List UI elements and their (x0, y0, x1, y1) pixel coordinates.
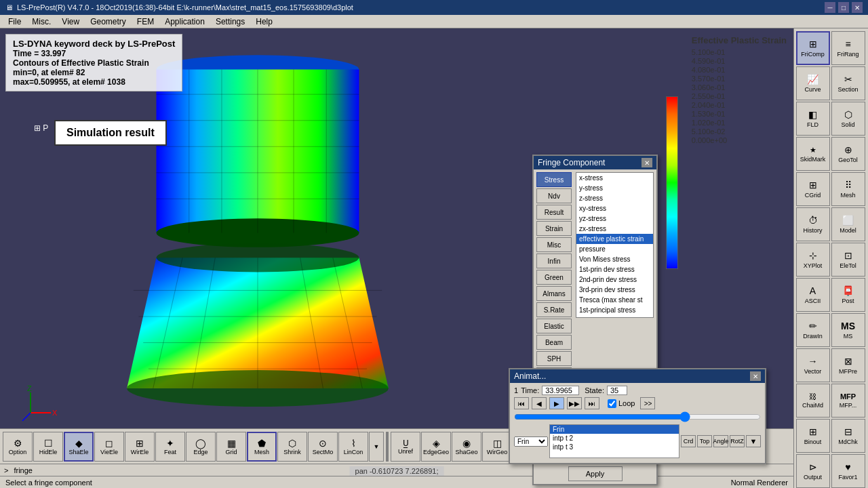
ms-btn[interactable]: MS MS (831, 313, 865, 347)
mesh-btn[interactable]: ⬟ Mesh (247, 432, 277, 462)
anim-fast-fwd-btn[interactable]: >> (640, 397, 655, 409)
sectmo-btn[interactable]: ⊙ SectMo (308, 432, 338, 462)
chaimd-btn[interactable]: ⛓ ChaiMd (796, 384, 830, 418)
fringe-btn-srate[interactable]: S.Rate (536, 302, 572, 317)
model-btn[interactable]: ⬜ Model (831, 207, 865, 241)
crd-btn[interactable]: Crd (681, 435, 696, 447)
anim-slider[interactable] (514, 411, 761, 422)
fringe-item-10[interactable]: 2nd-prin dev stress (576, 274, 653, 285)
minimize-button[interactable]: ─ (825, 2, 835, 13)
friring-btn[interactable]: ≡ FriRang (831, 31, 865, 65)
fringe-item-11[interactable]: 3rd-prin dev stress (576, 285, 653, 295)
vector-btn[interactable]: → Vector (796, 348, 830, 382)
scroll-down-btn[interactable]: ▼ (746, 435, 761, 447)
fringe-item-14[interactable]: 2nd-principal stress (576, 315, 653, 318)
loop-checkbox[interactable] (608, 399, 616, 408)
mesh-right-btn[interactable]: ⠿ Mesh (831, 172, 865, 206)
menu-application[interactable]: Application (159, 15, 210, 28)
section-btn[interactable]: ✂ Section (831, 66, 865, 100)
favor1-btn[interactable]: ♥ Favor1 (831, 454, 865, 488)
tree-icon[interactable]: ⊞ P (34, 123, 48, 133)
shrink-btn[interactable]: ⬡ Shrink (277, 432, 307, 462)
fringe-btn-result[interactable]: Result (536, 205, 572, 220)
fringe-apply-button[interactable]: Apply (568, 466, 623, 481)
wirgeo-btn[interactable]: ◫ WirGeo (482, 432, 512, 462)
fringe-btn-almans[interactable]: Almans (536, 286, 572, 301)
fringe-close-button[interactable]: ✕ (642, 158, 652, 167)
fringe-item-2[interactable]: z-stress (576, 193, 653, 203)
loop-checkbox-label[interactable]: Loop (608, 399, 635, 408)
fringe-bottom-item-1[interactable]: intp t 2 (550, 434, 679, 443)
menu-view[interactable]: View (56, 15, 85, 28)
fringe-bottom-item-0[interactable]: Frin (550, 425, 679, 434)
fringe-bottom-item-2[interactable]: intp t 3 (550, 443, 679, 451)
top-btn[interactable]: Top (697, 435, 712, 447)
anim-end-btn[interactable]: ⏭ (585, 397, 599, 409)
fld-btn[interactable]: ◧ FLD (796, 102, 830, 136)
menu-fem[interactable]: FEM (132, 15, 159, 28)
fringe-btn-strain[interactable]: Strain (536, 221, 572, 236)
fringe-item-6[interactable]: effective plastic strain (576, 234, 653, 244)
skidmark-btn[interactable]: ★ SkidMark (796, 137, 830, 171)
hideele-btn[interactable]: ☐ HidEle (33, 432, 63, 462)
drawin-btn[interactable]: ✏ DrawIn (796, 313, 830, 347)
option-btn[interactable]: ⚙ Option (3, 432, 33, 462)
xyplot-btn[interactable]: ⊹ XYPlot (796, 243, 830, 277)
unref-btn[interactable]: U̲ Unref (391, 432, 420, 462)
fringe-item-13[interactable]: 1st-principal stress (576, 305, 653, 315)
fringe-item-9[interactable]: 1st-prin dev stress (576, 264, 653, 274)
eletol-btn[interactable]: ⊡ EleTol (831, 243, 865, 277)
fringe-bottom-select[interactable]: Frin (514, 436, 548, 447)
angle-btn[interactable]: Angle (713, 435, 728, 447)
fringe-btn-beam[interactable]: Beam (536, 335, 572, 350)
fringe-item-3[interactable]: xy-stress (576, 203, 653, 214)
grid-btn[interactable]: ▦ Grid (216, 432, 246, 462)
edgegeo-btn[interactable]: ◈ EdgeGeo (421, 432, 451, 462)
menu-settings[interactable]: Settings (210, 15, 250, 28)
fringe-item-5[interactable]: zx-stress (576, 224, 653, 234)
maximize-button[interactable]: □ (838, 2, 849, 13)
menu-geometry[interactable]: Geometry (85, 15, 132, 28)
fringe-item-12[interactable]: Tresca (max shear st (576, 295, 653, 305)
ascii-btn[interactable]: A ASCII (796, 278, 830, 312)
anim-step-fwd-btn[interactable]: ▶▶ (567, 397, 582, 409)
history-btn[interactable]: ⏱ History (796, 207, 830, 241)
close-button[interactable]: ✕ (852, 2, 863, 13)
cgrid-btn[interactable]: ⊞ CGrid (796, 172, 830, 206)
fringe-btn-green[interactable]: Green (536, 270, 572, 285)
wirele-btn[interactable]: ⊞ WirEle (125, 432, 155, 462)
geotol-btn[interactable]: ⊕ GeoTol (831, 137, 865, 171)
fringe-item-7[interactable]: pressure (576, 244, 653, 254)
menu-help[interactable]: Help (250, 15, 278, 28)
menu-file[interactable]: File (3, 15, 26, 28)
fringe-bottom-list[interactable]: Frin intp t 2 intp t 3 (549, 424, 679, 458)
anim-step-back-btn[interactable]: ◀ (532, 397, 547, 409)
mdchk-btn[interactable]: ⊟ MdChk (831, 419, 865, 453)
feat-btn[interactable]: ✦ Feat (155, 432, 185, 462)
output-btn[interactable]: ⊳ Output (796, 454, 830, 488)
anim-rewind-btn[interactable]: ⏮ (514, 397, 529, 409)
vieele-btn[interactable]: ◻ VieEle (94, 432, 124, 462)
fringe-item-8[interactable]: Von Mises stress (576, 254, 653, 264)
shageo-btn[interactable]: ◉ ShaGeo (452, 432, 481, 462)
binout-btn[interactable]: ⊞ Binout (796, 419, 830, 453)
fringe-item-1[interactable]: y-stress (576, 183, 653, 193)
post-btn[interactable]: 📮 Post (831, 278, 865, 312)
lincon-btn[interactable]: ⌇ LinCon (338, 432, 368, 462)
fringe-btn-ndv[interactable]: Ndv (536, 188, 572, 203)
dropdown-btn[interactable]: ▼ (369, 432, 384, 462)
anim-play-btn[interactable]: ▶ (549, 397, 564, 409)
fringe-item-0[interactable]: x-stress (576, 173, 653, 183)
curve-btn[interactable]: 📈 Curve (796, 66, 830, 100)
fringe-btn-elastic[interactable]: Elastic (536, 319, 572, 333)
edge-btn[interactable]: ◯ Edge (186, 432, 216, 462)
shaele-btn[interactable]: ◆ ShaEle (64, 432, 94, 462)
solid-btn[interactable]: ⬡ Solid (831, 102, 865, 136)
mfpre-btn[interactable]: ⊠ MFPre (831, 348, 865, 382)
fringe-list[interactable]: x-stress y-stress z-stress xy-stress yz-… (576, 172, 654, 318)
fringe-btn-stress[interactable]: Stress (536, 172, 572, 187)
rotz-btn[interactable]: RotZ (730, 435, 745, 447)
menu-misc[interactable]: Misc. (26, 15, 56, 28)
mfp-btn[interactable]: MFP MFP... (831, 384, 865, 418)
model-viewport[interactable] (20, 42, 495, 408)
